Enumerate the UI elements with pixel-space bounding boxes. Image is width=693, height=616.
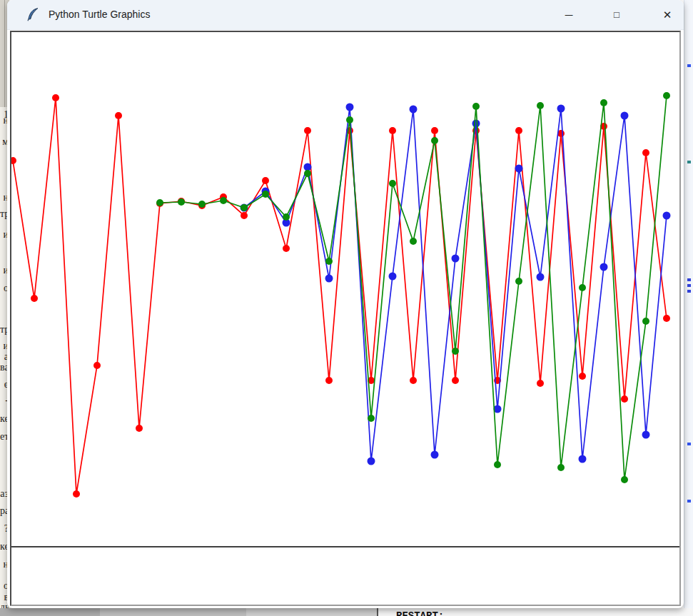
series-blue-marker [368,458,375,465]
series-red-marker [579,373,586,380]
series-red-marker [262,177,269,184]
series-blue-marker [472,120,480,128]
series-blue-marker [621,112,629,120]
series-green-marker [537,102,544,109]
series-red-marker [283,245,290,252]
series-blue-marker [537,273,545,281]
series-red-marker [93,362,101,369]
series-blue-marker [410,106,418,113]
series-blue-marker [663,212,671,220]
series-red-marker [452,377,459,384]
background-text-speck [687,284,691,287]
series-red-marker [389,127,396,134]
series-green-marker [156,199,163,206]
series-green-marker [389,180,396,187]
tk-feather-icon [26,7,41,22]
taskbar-segment [246,608,377,616]
series-green-marker [346,116,353,123]
background-right-window[interactable] [684,0,693,616]
series-blue-marker [600,263,608,271]
series-blue-marker [304,163,312,171]
series-green-marker [557,464,565,471]
series-green-marker [515,278,522,285]
turtle-canvas-frame [10,31,681,606]
series-blue-marker [452,255,460,263]
background-text-speck [687,64,691,67]
series-green-marker [452,348,459,355]
series-green-marker [642,318,649,325]
series-green-marker [220,197,227,204]
series-red-marker [621,395,628,403]
series-red-marker [241,212,248,219]
series-green-marker [472,103,480,110]
background-text-speck [687,443,691,445]
minimize-button[interactable]: ─ [552,0,585,29]
background-text-speck [687,500,691,503]
shell-output-clip: RESTART: ... [378,608,693,616]
series-green-marker [368,415,375,422]
shell-restart-text: RESTART: ... [396,610,468,616]
series-green-marker [494,461,501,468]
series-blue-marker [325,275,333,283]
series-green-marker [663,92,670,99]
series-red-marker [642,149,649,156]
series-green-marker [325,258,333,265]
background-text-speck [687,290,691,293]
series-blue-marker [389,273,397,281]
series-red-marker [52,94,59,101]
series-red-marker [11,157,16,164]
close-button[interactable]: ✕ [651,0,684,29]
series-green-marker [241,204,248,211]
series-blue-marker [346,103,354,111]
series-green [156,92,670,483]
series-red-marker [663,315,670,322]
series-red-marker [73,490,80,498]
series-red-marker [515,127,522,134]
series-green-marker [431,137,438,144]
series-green-marker [410,238,417,245]
turtle-canvas [11,32,679,605]
series-green-marker [600,99,607,106]
series-green-marker [178,198,185,206]
series-green-marker [579,284,586,291]
series-green-line [160,96,667,480]
series-green-marker [304,170,311,177]
background-text-speck [687,161,691,163]
series-red-marker [136,425,143,432]
titlebar[interactable]: Python Turtle Graphics ─ □ ✕ [7,0,684,30]
series-blue-marker [579,455,587,463]
series-red-marker [325,377,333,384]
series-red [11,94,670,498]
taskbar-segment [100,608,246,616]
series-blue-marker [557,105,565,113]
series-blue-marker [431,451,439,459]
series-green-marker [621,476,628,483]
series-red-marker [115,112,122,119]
window-title: Python Turtle Graphics [49,9,150,20]
maximize-button[interactable]: □ [600,0,633,29]
series-red-line [13,98,667,494]
background-text-speck [687,278,691,281]
series-red-marker [537,380,544,387]
divider [4,0,5,107]
series-red-marker [304,127,311,134]
series-red-marker [431,127,438,134]
turtle-window: Python Turtle Graphics ─ □ ✕ [7,0,684,608]
series-red-marker [410,377,417,384]
taskbar-segment [0,608,100,616]
series-blue-line [244,107,667,461]
series-green-marker [283,213,290,221]
series-blue-marker [642,431,650,439]
series-green-marker [262,191,269,198]
background-shell-window[interactable]: RESTART: ... [0,608,693,616]
series-red-marker [31,295,38,302]
series-green-marker [198,201,206,208]
series-blue-marker [515,165,523,173]
